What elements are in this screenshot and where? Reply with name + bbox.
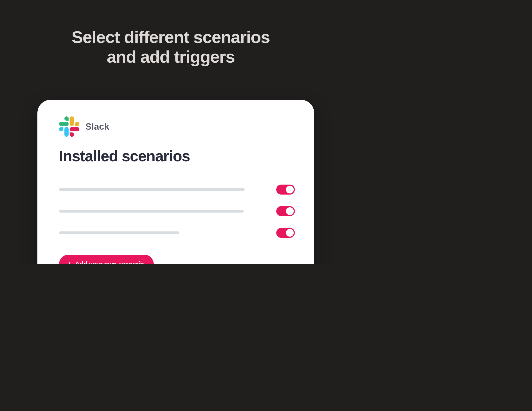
slack-icon [59, 116, 79, 137]
scenario-row [59, 179, 295, 200]
app-header: Slack [59, 116, 295, 137]
page-title: Select different scenarios and add trigg… [0, 0, 341, 67]
scenarios-card: Slack Installed scenarios + Add your own… [37, 100, 314, 264]
scenario-row [59, 200, 295, 222]
scenario-toggle[interactable] [276, 228, 295, 238]
add-button-label: Add your own scenario [75, 261, 144, 264]
title-line-1: Select different scenarios [71, 27, 270, 47]
scenario-placeholder-bar [59, 210, 244, 213]
scenario-toggle[interactable] [276, 185, 295, 195]
scenario-toggle[interactable] [276, 206, 295, 216]
add-scenario-button[interactable]: + Add your own scenario [59, 255, 154, 264]
scenario-placeholder-bar [59, 231, 179, 234]
plus-icon: + [67, 260, 72, 264]
app-name-label: Slack [85, 121, 109, 132]
scenario-row [59, 222, 295, 244]
title-line-2: and add triggers [107, 47, 235, 66]
scenario-list [59, 179, 295, 244]
scenario-placeholder-bar [59, 188, 245, 191]
section-title: Installed scenarios [59, 147, 295, 165]
